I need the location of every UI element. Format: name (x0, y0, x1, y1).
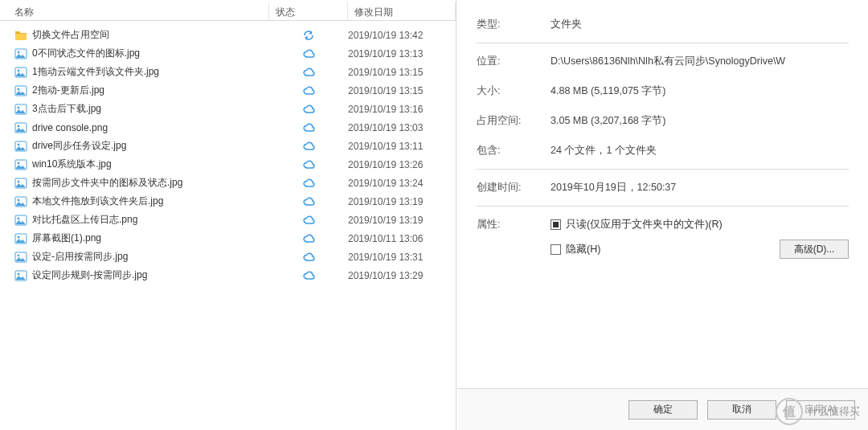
column-header-status[interactable]: 状态 (269, 2, 348, 20)
checkbox-readonly-row[interactable]: 只读(仅应用于文件夹中的文件)(R) (551, 218, 849, 231)
value-size: 4.88 MB (5,119,075 字节) (551, 84, 849, 98)
file-name: 3点击后下载.jpg (32, 102, 101, 116)
checkbox-hidden[interactable] (551, 244, 561, 255)
cloud-icon (302, 103, 315, 116)
file-name: drive console.png (32, 122, 108, 133)
file-name: win10系统版本.jpg (32, 158, 112, 171)
value-contains: 24 个文件，1 个文件夹 (551, 144, 849, 158)
checkbox-readonly[interactable] (551, 219, 561, 230)
label-size-on-disk: 占用空间: (477, 114, 551, 128)
advanced-button[interactable]: 高级(D)... (780, 240, 849, 259)
table-row[interactable]: 设定同步规则-按需同步.jpg 2019/10/19 13:29 (0, 266, 456, 285)
field-contains: 包含: 24 个文件，1 个文件夹 (477, 136, 849, 166)
table-row[interactable]: 屏幕截图(1).png 2019/10/11 13:06 (0, 229, 456, 248)
field-location: 位置: D:\Users\86136Nlh\Nlh私有云同步\SynologyD… (477, 47, 849, 76)
table-row[interactable]: drive同步任务设定.jpg 2019/10/19 13:11 (0, 137, 456, 155)
cloud-icon (302, 269, 315, 282)
dialog-footer: 确定 取消 应用(A) (457, 388, 868, 430)
image-file-icon (14, 84, 27, 97)
table-row[interactable]: 0不同状态文件的图标.jpg 2019/10/19 13:13 (0, 44, 456, 63)
cloud-icon (302, 158, 315, 171)
label-created: 创建时间: (477, 181, 551, 195)
image-file-icon (14, 269, 27, 282)
value-created: 2019年10月19日，12:50:37 (551, 181, 849, 195)
image-file-icon (14, 232, 27, 245)
divider (477, 43, 849, 43)
label-location: 位置: (477, 55, 551, 68)
table-row[interactable]: 本地文件拖放到该文件夹后.jpg 2019/10/19 13:19 (0, 192, 456, 211)
cloud-icon (302, 47, 315, 60)
image-file-icon (14, 177, 27, 190)
cloud-icon (302, 121, 315, 134)
file-name: 设定同步规则-按需同步.jpg (32, 268, 147, 282)
image-file-icon (14, 140, 27, 153)
folder-icon (14, 29, 27, 42)
file-date: 2019/10/19 13:19 (348, 196, 456, 207)
field-type: 类型: 文件夹 (477, 10, 849, 39)
cloud-icon (302, 177, 315, 190)
file-date: 2019/10/19 13:29 (348, 270, 456, 281)
file-date: 2019/10/19 13:15 (348, 85, 456, 96)
file-date: 2019/10/19 13:24 (348, 178, 456, 189)
image-file-icon (14, 47, 27, 60)
table-row[interactable]: 按需同步文件夹中的图标及状态.jpg 2019/10/19 13:24 (0, 174, 456, 192)
label-contains: 包含: (477, 144, 551, 158)
file-name: 切换文件占用空间 (32, 28, 109, 42)
field-size: 大小: 4.88 MB (5,119,075 字节) (477, 76, 849, 106)
label-type: 类型: (477, 18, 551, 31)
table-row[interactable]: 切换文件占用空间 2019/10/19 13:42 (0, 26, 456, 44)
file-date: 2019/10/19 13:16 (348, 104, 456, 115)
cloud-icon (302, 84, 315, 97)
image-file-icon (14, 103, 27, 116)
table-row[interactable]: 对比托盘区上传日志.png 2019/10/19 13:19 (0, 211, 456, 229)
apply-button[interactable]: 应用(A) (786, 400, 855, 420)
file-name: 对比托盘区上传日志.png (32, 213, 137, 227)
image-file-icon (14, 251, 27, 264)
sync-icon (302, 29, 315, 42)
table-row[interactable]: drive console.png 2019/10/19 13:03 (0, 118, 456, 137)
cloud-icon (302, 66, 315, 79)
table-row[interactable]: 3点击后下载.jpg 2019/10/19 13:16 (0, 100, 456, 118)
image-file-icon (14, 66, 27, 79)
field-attributes: 属性: 只读(仅应用于文件夹中的文件)(R) 隐藏(H) 高级(D)... (477, 210, 849, 259)
file-rows: 切换文件占用空间 2019/10/19 13:42 0不同状态文件的图标.jpg… (0, 21, 456, 430)
properties-dialog: 类型: 文件夹 位置: D:\Users\86136Nlh\Nlh私有云同步\S… (457, 0, 868, 430)
file-list-panel: 名称 状态 修改日期 切换文件占用空间 2019/10/19 13:42 0不同… (0, 0, 457, 430)
checkbox-hidden-row[interactable]: 隐藏(H) (551, 243, 600, 256)
column-header-date[interactable]: 修改日期 (348, 2, 456, 20)
column-header-name[interactable]: 名称 (0, 2, 269, 20)
table-row[interactable]: 设定-启用按需同步.jpg 2019/10/19 13:31 (0, 248, 456, 266)
column-headers: 名称 状态 修改日期 (0, 0, 456, 21)
file-name: 屏幕截图(1).png (32, 231, 101, 245)
cancel-button[interactable]: 取消 (707, 400, 776, 420)
image-file-icon (14, 121, 27, 134)
value-location: D:\Users\86136Nlh\Nlh私有云同步\SynologyDrive… (551, 55, 849, 68)
file-date: 2019/10/19 13:13 (348, 48, 456, 59)
checkbox-hidden-label: 隐藏(H) (566, 243, 600, 256)
label-size: 大小: (477, 84, 551, 98)
file-date: 2019/10/19 13:11 (348, 141, 456, 152)
file-name: 本地文件拖放到该文件夹后.jpg (32, 195, 163, 208)
cloud-icon (302, 195, 315, 208)
cloud-icon (302, 232, 315, 245)
divider (477, 169, 849, 170)
file-name: 设定-启用按需同步.jpg (32, 250, 128, 264)
image-file-icon (14, 214, 27, 227)
file-name: 0不同状态文件的图标.jpg (32, 47, 140, 60)
cloud-icon (302, 214, 315, 227)
table-row[interactable]: 2拖动-更新后.jpg 2019/10/19 13:15 (0, 81, 456, 100)
table-row[interactable]: win10系统版本.jpg 2019/10/19 13:26 (0, 155, 456, 174)
table-row[interactable]: 1拖动云端文件到该文件夹.jpg 2019/10/19 13:15 (0, 63, 456, 81)
image-file-icon (14, 195, 27, 208)
ok-button[interactable]: 确定 (628, 400, 698, 420)
properties-body: 类型: 文件夹 位置: D:\Users\86136Nlh\Nlh私有云同步\S… (457, 0, 868, 388)
file-date: 2019/10/19 13:15 (348, 67, 456, 78)
file-name: drive同步任务设定.jpg (32, 139, 126, 153)
file-name: 按需同步文件夹中的图标及状态.jpg (32, 176, 182, 190)
file-name: 2拖动-更新后.jpg (32, 84, 104, 97)
field-size-on-disk: 占用空间: 3.05 MB (3,207,168 字节) (477, 106, 849, 136)
file-date: 2019/10/19 13:26 (348, 159, 456, 170)
divider (477, 206, 849, 207)
file-date: 2019/10/19 13:31 (348, 252, 456, 263)
image-file-icon (14, 158, 27, 171)
